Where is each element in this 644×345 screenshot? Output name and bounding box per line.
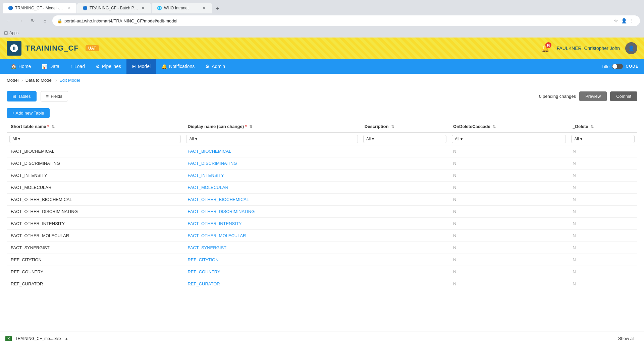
new-tab-button[interactable]: +	[213, 4, 222, 13]
table-row[interactable]: FACT_MOLECULAR FACT_MOLECULAR N N	[7, 182, 637, 194]
nav-home[interactable]: 🏠 Home	[5, 59, 36, 74]
cell-display-name-7[interactable]: FACT_OTHER_MOLECULAR	[183, 230, 360, 242]
cell-display-name-5[interactable]: FACT_OTHER_DISCRIMINATING	[183, 206, 360, 218]
table-row[interactable]: REF_CITATION REF_CITATION N N	[7, 254, 637, 266]
table-container: Short table name * ⇅ Display name (can c…	[0, 121, 644, 290]
tab-close-1[interactable]: ✕	[66, 5, 71, 11]
filter-delete[interactable]: All ▾	[571, 135, 635, 143]
cell-on-delete-cascade-4: N	[449, 194, 569, 206]
filter-on-delete-cascade[interactable]: All ▾	[452, 135, 566, 143]
filter-short-name[interactable]: All ▾	[9, 135, 181, 143]
add-table-button[interactable]: + Add new Table	[7, 108, 50, 118]
account-icon[interactable]: 👤	[621, 17, 627, 24]
cell-display-name-8[interactable]: FACT_SYNERGIST	[183, 242, 360, 254]
nav-admin[interactable]: ⚙ Admin	[200, 59, 230, 74]
filter-delete-chevron: ▾	[580, 137, 582, 141]
table-row[interactable]: FACT_SYNERGIST FACT_SYNERGIST N N	[7, 242, 637, 254]
breadcrumb-data-to-model[interactable]: Data to Model	[25, 78, 53, 83]
tab-close-3[interactable]: ✕	[201, 5, 207, 11]
table-row[interactable]: FACT_DISCRIMINATING FACT_DISCRIMINATING …	[7, 157, 637, 169]
table-row[interactable]: FACT_OTHER_MOLECULAR FACT_OTHER_MOLECULA…	[7, 230, 637, 242]
apps-bar: ⊞ Apps	[0, 28, 644, 38]
tab-close-2[interactable]: ✕	[140, 5, 146, 11]
table-body: FACT_BIOCHEMICAL FACT_BIOCHEMICAL N N FA…	[7, 145, 637, 290]
nav-notifications[interactable]: 🔔 Notifications	[156, 59, 200, 74]
table-row[interactable]: FACT_OTHER_INTENSITY FACT_OTHER_INTENSIT…	[7, 218, 637, 230]
cell-short-name-1: FACT_DISCRIMINATING	[7, 157, 183, 169]
nav-model-label: Model	[138, 64, 151, 69]
notification-badge: 16	[545, 42, 551, 48]
table-row[interactable]: FACT_OTHER_BIOCHEMICAL FACT_OTHER_BIOCHE…	[7, 194, 637, 206]
cell-display-name-3[interactable]: FACT_MOLECULAR	[183, 182, 360, 194]
cell-description-4	[361, 194, 449, 206]
title-toggle[interactable]	[612, 64, 623, 69]
breadcrumb-model[interactable]: Model	[7, 78, 18, 83]
sort-icon-short-name[interactable]: ⇅	[52, 125, 55, 129]
more-icon[interactable]: ⋮	[629, 17, 635, 24]
back-button[interactable]: ←	[4, 16, 13, 25]
tab-favicon-3: 🌐	[157, 6, 162, 10]
cell-on-delete-cascade-8: N	[449, 242, 569, 254]
table-row[interactable]: FACT_INTENSITY FACT_INTENSITY N N	[7, 169, 637, 182]
table-row[interactable]: REF_COUNTRY REF_COUNTRY N N	[7, 266, 637, 278]
url-text: portal-uat.who.int/xmart4/TRAINING_CF/mo…	[64, 18, 177, 23]
cell-description-3	[361, 182, 449, 194]
filter-description[interactable]: All ▾	[363, 135, 446, 143]
cell-display-name-0[interactable]: FACT_BIOCHEMICAL	[183, 145, 360, 157]
table-row[interactable]: FACT_BIOCHEMICAL FACT_BIOCHEMICAL N N	[7, 145, 637, 157]
tab-title-3: WHO Intranet	[164, 6, 199, 10]
tables-tab-icon: ⊞	[12, 94, 16, 99]
cell-display-name-9[interactable]: REF_CITATION	[183, 254, 360, 266]
cell-display-name-10[interactable]: REF_COUNTRY	[183, 266, 360, 278]
bookmark-icon[interactable]: ☆	[612, 17, 619, 24]
cell-display-name-2[interactable]: FACT_INTENSITY	[183, 169, 360, 182]
cell-display-name-4[interactable]: FACT_OTHER_BIOCHEMICAL	[183, 194, 360, 206]
sort-icon-display-name[interactable]: ⇅	[249, 125, 252, 129]
model-icon: ⊞	[132, 64, 136, 69]
nav-title-area: Title CODE	[601, 64, 639, 69]
filter-display-name[interactable]: All ▾	[186, 135, 358, 143]
nav-pipelines[interactable]: ⚙ Pipelines	[90, 59, 126, 74]
notification-button[interactable]: 🔔 16	[539, 42, 551, 54]
sort-icon-description[interactable]: ⇅	[391, 125, 394, 129]
user-avatar[interactable]: 👤	[625, 42, 637, 54]
col-display-name: Display name (can change) * ⇅	[183, 121, 360, 133]
sort-icon-on-delete-cascade[interactable]: ⇅	[493, 125, 496, 129]
cell-delete-10: N	[569, 266, 637, 278]
pipelines-icon: ⚙	[96, 64, 100, 69]
tab-model-edit[interactable]: 🔵 TRAINING_CF - Model - Edit ✕	[3, 3, 76, 13]
sort-icon-delete[interactable]: ⇅	[591, 125, 594, 129]
filter-display-name-chevron: ▾	[195, 137, 197, 141]
cell-short-name-6: FACT_OTHER_INTENSITY	[7, 218, 183, 230]
commit-button[interactable]: Commit	[610, 91, 637, 101]
nav-model[interactable]: ⊞ Model	[126, 59, 156, 74]
col-delete-label: _Delete	[573, 124, 588, 129]
fields-tab[interactable]: ≡ Fields	[41, 91, 68, 101]
home-button[interactable]: ⌂	[40, 16, 50, 25]
cell-short-name-5: FACT_OTHER_DISCRIMINATING	[7, 206, 183, 218]
nav-load[interactable]: ↑ Load	[65, 59, 90, 74]
cell-delete-3: N	[569, 182, 637, 194]
tab-who-intranet[interactable]: 🌐 WHO Intranet ✕	[152, 3, 212, 13]
address-bar[interactable]: 🔒 portal-uat.who.int/xmart4/TRAINING_CF/…	[52, 15, 640, 26]
cell-short-name-0: FACT_BIOCHEMICAL	[7, 145, 183, 157]
table-row[interactable]: REF_CURATOR REF_CURATOR N N	[7, 278, 637, 290]
refresh-button[interactable]: ↻	[28, 16, 38, 25]
forward-button[interactable]: →	[16, 16, 25, 25]
tab-favicon-1: 🔵	[8, 6, 13, 10]
cell-display-name-6[interactable]: FACT_OTHER_INTENSITY	[183, 218, 360, 230]
nav-data[interactable]: 📊 Data	[36, 59, 65, 74]
table-row[interactable]: FACT_OTHER_DISCRIMINATING FACT_OTHER_DIS…	[7, 206, 637, 218]
cell-display-name-11[interactable]: REF_CURATOR	[183, 278, 360, 290]
logo-icon	[7, 41, 21, 56]
cell-short-name-10: REF_COUNTRY	[7, 266, 183, 278]
app-header: TRAINING_CF UAT 🔔 16 FAULKNER, Christoph…	[0, 38, 644, 59]
cell-display-name-1[interactable]: FACT_DISCRIMINATING	[183, 157, 360, 169]
cell-description-9	[361, 254, 449, 266]
apps-label: Apps	[9, 30, 18, 35]
tables-tab[interactable]: ⊞ Tables	[7, 91, 37, 101]
tab-batch-preview[interactable]: 🔵 TRAINING_CF - Batch Preview ✕	[77, 3, 151, 13]
nav-notifications-label: Notifications	[169, 64, 195, 69]
preview-button[interactable]: Preview	[579, 91, 607, 101]
cell-delete-11: N	[569, 278, 637, 290]
